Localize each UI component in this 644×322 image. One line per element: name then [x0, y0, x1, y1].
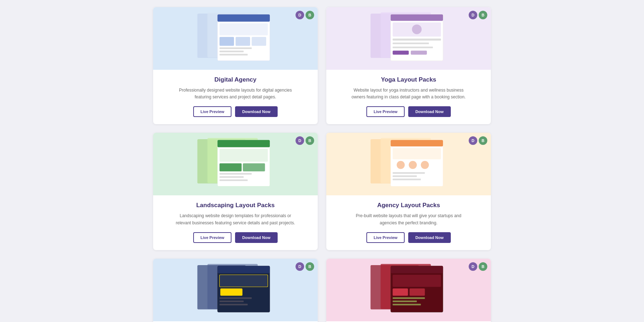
svg-point-16 — [412, 24, 421, 34]
svg-rect-51 — [219, 301, 244, 302]
live-preview-button[interactable]: Live Preview — [193, 106, 231, 117]
card-actions: Live Preview Download Now — [162, 232, 309, 243]
live-preview-button[interactable]: Live Preview — [366, 106, 405, 117]
svg-rect-26 — [219, 149, 268, 162]
badge-builder: B — [479, 11, 487, 19]
svg-rect-31 — [219, 180, 248, 181]
svg-rect-49 — [220, 288, 242, 296]
svg-rect-60 — [392, 297, 425, 299]
svg-rect-50 — [219, 297, 252, 299]
card-image-handyman-layout: D B — [153, 259, 318, 321]
svg-rect-59 — [409, 288, 425, 296]
svg-rect-25 — [217, 140, 269, 147]
download-now-button[interactable]: Download Now — [408, 106, 451, 117]
svg-rect-36 — [392, 148, 441, 160]
card-mockup — [166, 136, 306, 192]
card-badges: D B — [469, 262, 487, 271]
svg-rect-5 — [219, 37, 234, 46]
card-badges: D B — [469, 136, 487, 145]
card-body-agency-layout: Agency Layout Packs Pre-built website la… — [326, 195, 491, 250]
svg-rect-27 — [219, 164, 241, 172]
svg-rect-21 — [411, 50, 427, 54]
svg-rect-62 — [392, 304, 421, 306]
svg-rect-42 — [392, 179, 421, 180]
card-actions: Live Preview Download Now — [335, 232, 482, 243]
card-body-digital-agency: Digital Agency Professionally designed w… — [153, 70, 318, 124]
svg-rect-29 — [219, 173, 252, 175]
card-image-digital-agency: D B — [153, 7, 318, 70]
svg-rect-9 — [219, 50, 244, 52]
svg-rect-17 — [392, 39, 441, 41]
svg-point-38 — [409, 161, 417, 169]
svg-rect-61 — [392, 301, 417, 302]
svg-rect-7 — [252, 37, 266, 46]
badge-builder: B — [306, 11, 314, 19]
card-description: Landscaping website design templates for… — [175, 213, 296, 226]
live-preview-button[interactable]: Live Preview — [193, 232, 231, 243]
svg-rect-8 — [219, 47, 252, 49]
card-landscaping-layout: D B Landscaping Layout Packs Landscaping… — [153, 133, 318, 250]
card-image-agency-layout: D B — [326, 133, 491, 195]
card-badges: D B — [296, 262, 314, 271]
card-image-bg — [153, 259, 318, 321]
badge-divi: D — [296, 262, 304, 271]
card-image-bg — [153, 7, 318, 70]
card-agency-layout: D B Agency Layout Packs Pre-built websit… — [326, 133, 491, 250]
badge-divi: D — [469, 262, 477, 271]
card-body-yoga-layout: Yoga Layout Packs Website layout for yog… — [326, 70, 491, 124]
download-now-button[interactable]: Download Now — [235, 106, 278, 117]
card-title: Digital Agency — [162, 76, 309, 83]
badge-divi: D — [469, 136, 477, 145]
layout-packs-grid: D B Digital Agency Professionally design… — [153, 7, 491, 322]
svg-rect-52 — [219, 304, 248, 306]
svg-point-39 — [421, 161, 429, 169]
card-mockup — [339, 10, 479, 67]
card-mockup — [339, 262, 479, 318]
card-badges: D B — [296, 11, 314, 19]
svg-rect-58 — [392, 288, 408, 296]
svg-rect-46 — [217, 266, 269, 273]
badge-builder: B — [306, 262, 314, 271]
card-brewery-layout: D B Brewery Layout Packs Website design … — [326, 259, 491, 322]
card-badges: D B — [296, 136, 314, 145]
card-title: Agency Layout Packs — [335, 202, 482, 209]
card-image-landscaping-layout: D B — [153, 133, 318, 195]
svg-rect-6 — [235, 37, 250, 46]
card-mockup — [166, 10, 306, 67]
badge-divi: D — [469, 11, 477, 19]
card-actions: Live Preview Download Now — [335, 106, 482, 117]
svg-rect-30 — [219, 176, 244, 178]
card-description: Pre-built website layouts that will give… — [348, 213, 469, 226]
card-image-bg — [326, 259, 491, 321]
card-mockup — [339, 136, 479, 192]
card-image-brewery-layout: D B — [326, 259, 491, 321]
card-badges: D B — [469, 11, 487, 19]
badge-divi: D — [296, 11, 304, 19]
card-handyman-layout: D B Handyman Layout Packs Website layout… — [153, 259, 318, 322]
badge-builder: B — [306, 136, 314, 145]
download-now-button[interactable]: Download Now — [408, 232, 451, 243]
card-digital-agency: D B Digital Agency Professionally design… — [153, 7, 318, 124]
card-mockup — [166, 262, 306, 318]
svg-rect-35 — [390, 140, 443, 146]
svg-rect-18 — [392, 43, 429, 44]
card-actions: Live Preview Download Now — [162, 106, 309, 117]
card-description: Professionally designed website layouts … — [175, 87, 296, 101]
svg-rect-19 — [392, 47, 433, 48]
svg-rect-28 — [243, 164, 265, 172]
svg-rect-47 — [219, 275, 268, 287]
svg-rect-20 — [392, 50, 409, 54]
card-image-bg — [153, 133, 318, 195]
live-preview-button[interactable]: Live Preview — [366, 232, 405, 243]
card-title: Landscaping Layout Packs — [162, 202, 309, 209]
svg-point-37 — [396, 161, 405, 169]
card-image-bg — [326, 7, 491, 70]
svg-rect-41 — [392, 175, 417, 177]
card-title: Yoga Layout Packs — [335, 76, 482, 83]
card-body-landscaping-layout: Landscaping Layout Packs Landscaping web… — [153, 195, 318, 250]
svg-rect-40 — [392, 172, 425, 174]
badge-builder: B — [479, 136, 487, 145]
svg-rect-10 — [219, 54, 248, 55]
badge-builder: B — [479, 262, 487, 271]
download-now-button[interactable]: Download Now — [235, 232, 278, 243]
